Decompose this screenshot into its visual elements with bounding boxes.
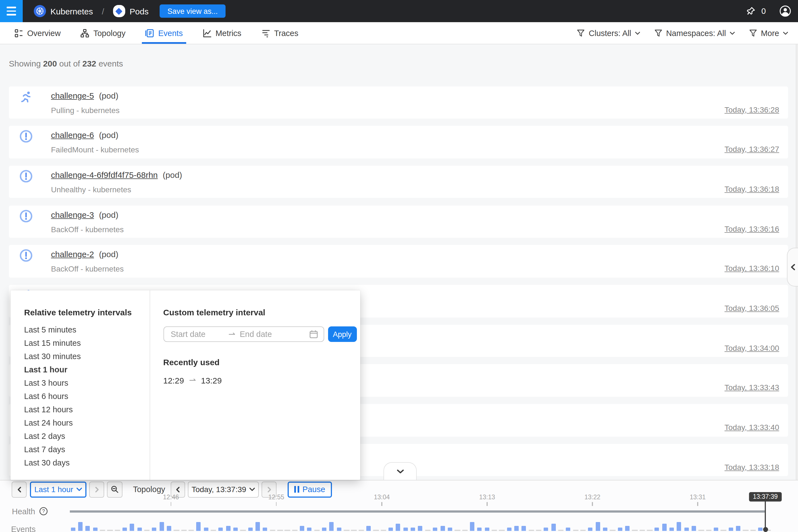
tab-traces[interactable]: Traces bbox=[255, 22, 305, 44]
timeline-chart[interactable]: Health ? Events 12:4612:5513:0413:1313:2… bbox=[0, 480, 798, 532]
help-icon[interactable]: ? bbox=[40, 507, 48, 515]
interval-option[interactable]: Last 24 hours bbox=[10, 416, 149, 430]
range-arrow-icon: ⇀ bbox=[228, 329, 235, 339]
events-empty-dash bbox=[699, 530, 704, 531]
event-title-link[interactable]: challenge-2 bbox=[51, 250, 94, 259]
interval-option[interactable]: Last 7 days bbox=[10, 443, 149, 456]
event-title-link[interactable]: challenge-4-6f9fdf4f75-68rhn bbox=[51, 170, 158, 179]
event-timestamp-link[interactable]: Today, 13:36:28 bbox=[725, 105, 779, 114]
events-empty-dash bbox=[344, 530, 349, 531]
events-histogram-bar bbox=[263, 528, 267, 531]
events-histogram-bar bbox=[204, 528, 208, 531]
interval-option[interactable]: Last 30 days bbox=[10, 456, 149, 469]
tab-overview[interactable]: Overview bbox=[8, 22, 67, 44]
tab-label: Events bbox=[158, 28, 183, 37]
filter-bar: Clusters: AllNamespaces: AllMore bbox=[577, 28, 798, 37]
event-title-link[interactable]: challenge-6 bbox=[51, 130, 94, 140]
interval-option[interactable]: Last 6 hours bbox=[10, 390, 149, 403]
interval-option[interactable]: Last 30 minutes bbox=[10, 350, 149, 363]
custom-interval-header: Custom telemetry interval bbox=[163, 307, 265, 317]
event-timestamp-link[interactable]: Today, 13:33:18 bbox=[725, 463, 779, 472]
overview-icon bbox=[14, 28, 23, 37]
event-timestamp-link[interactable]: Today, 13:36:05 bbox=[725, 304, 779, 312]
event-subtitle: BackOff - kubernetes bbox=[51, 265, 124, 273]
events-empty-dash bbox=[351, 530, 357, 531]
interval-option[interactable]: Last 3 hours bbox=[10, 376, 149, 390]
kubernetes-icon bbox=[34, 5, 46, 17]
tab-topology[interactable]: Topology bbox=[74, 22, 132, 44]
funnel-icon bbox=[749, 29, 757, 37]
event-title-link[interactable]: challenge-5 bbox=[51, 91, 94, 100]
range-arrow-icon: ⇀ bbox=[189, 375, 196, 385]
events-empty-dash bbox=[285, 530, 290, 531]
chevron-left-icon bbox=[790, 264, 796, 270]
end-date-input[interactable] bbox=[240, 330, 296, 339]
breadcrumb-kubernetes[interactable]: Kubernetes bbox=[51, 6, 93, 16]
events-histogram-bar bbox=[684, 528, 688, 531]
interval-option[interactable]: Last 2 days bbox=[10, 430, 149, 443]
events-histogram-bar bbox=[196, 522, 201, 531]
events-histogram-bar bbox=[78, 522, 82, 531]
expand-side-panel-handle[interactable] bbox=[787, 248, 798, 286]
event-timestamp-link[interactable]: Today, 13:36:16 bbox=[725, 224, 779, 233]
event-title-link[interactable]: challenge-3 bbox=[51, 210, 94, 219]
event-row: challenge-4-6f9fdf4f75-68rhn(pod)Unhealt… bbox=[9, 166, 788, 198]
interval-option[interactable]: Last 1 hour bbox=[10, 363, 149, 376]
events-histogram-bar bbox=[736, 526, 740, 531]
interval-option[interactable]: Last 15 minutes bbox=[10, 336, 149, 350]
event-timestamp-link[interactable]: Today, 13:34:00 bbox=[725, 343, 779, 352]
breadcrumb-pods[interactable]: Pods bbox=[130, 6, 149, 16]
health-row-label: Health ? bbox=[12, 507, 48, 516]
events-empty-dash bbox=[639, 530, 645, 531]
events-empty-dash bbox=[462, 530, 468, 531]
events-histogram-bar bbox=[159, 522, 164, 531]
events-histogram-bar bbox=[130, 524, 134, 531]
relative-interval-list: Last 5 minutesLast 15 minutesLast 30 min… bbox=[10, 323, 149, 469]
timeline-cursor-dot[interactable] bbox=[763, 527, 768, 532]
time-tick-label: 13:31 bbox=[690, 493, 706, 500]
calendar-icon[interactable] bbox=[309, 330, 318, 339]
filter-more[interactable]: More bbox=[749, 28, 788, 37]
traces-icon bbox=[261, 28, 270, 37]
time-tick-label: 13:22 bbox=[584, 493, 601, 500]
popup-divider bbox=[150, 290, 150, 480]
event-timestamp-link[interactable]: Today, 13:33:40 bbox=[725, 423, 779, 432]
pin-icon[interactable] bbox=[746, 6, 756, 16]
hamburger-menu-button[interactable] bbox=[0, 0, 23, 22]
events-histogram-bar bbox=[677, 522, 681, 531]
tab-label: Overview bbox=[27, 28, 61, 37]
collapse-timeline-tab[interactable] bbox=[383, 462, 417, 480]
event-timestamp-link[interactable]: Today, 13:36:27 bbox=[725, 145, 779, 153]
events-empty-dash bbox=[211, 530, 216, 531]
events-row-label: Events bbox=[11, 525, 36, 532]
event-timestamp-link[interactable]: Today, 13:36:18 bbox=[725, 185, 779, 193]
events-histogram-bar bbox=[86, 526, 90, 531]
start-date-input[interactable] bbox=[171, 330, 227, 339]
tab-events[interactable]: Events bbox=[139, 22, 190, 44]
event-timestamp-link[interactable]: Today, 13:36:10 bbox=[725, 264, 779, 273]
save-view-as-button[interactable]: Save view as... bbox=[159, 4, 226, 18]
events-empty-dash bbox=[381, 530, 386, 531]
tab-metrics[interactable]: Metrics bbox=[196, 22, 248, 44]
event-timestamp-link[interactable]: Today, 13:33:43 bbox=[725, 383, 779, 392]
events-empty-dash bbox=[107, 530, 113, 531]
events-empty-dash bbox=[181, 530, 187, 531]
interval-option[interactable]: Last 12 hours bbox=[10, 403, 149, 416]
events-histogram-bar bbox=[514, 526, 519, 531]
interval-option[interactable]: Last 5 minutes bbox=[10, 323, 149, 336]
filter-namespaces[interactable]: Namespaces: All bbox=[654, 28, 735, 37]
view-tab-bar: OverviewTopologyEventsMetricsTraces Clus… bbox=[0, 22, 798, 44]
date-range-input[interactable]: ⇀ bbox=[164, 326, 324, 342]
events-empty-dash bbox=[610, 530, 616, 531]
right-panel-edge bbox=[796, 44, 798, 532]
svg-text:?: ? bbox=[42, 509, 45, 514]
events-empty-dash bbox=[558, 530, 564, 531]
timeline-cursor-line[interactable] bbox=[765, 501, 766, 529]
apply-button[interactable]: Apply bbox=[328, 326, 357, 342]
events-empty-dash bbox=[314, 530, 320, 531]
events-empty-dash bbox=[573, 530, 578, 531]
filter-clusters[interactable]: Clusters: All bbox=[577, 28, 640, 37]
chevron-down-icon bbox=[783, 31, 788, 35]
recently-used-range[interactable]: 12:29 ⇀ 13:29 bbox=[163, 375, 222, 385]
user-avatar[interactable] bbox=[779, 5, 791, 17]
